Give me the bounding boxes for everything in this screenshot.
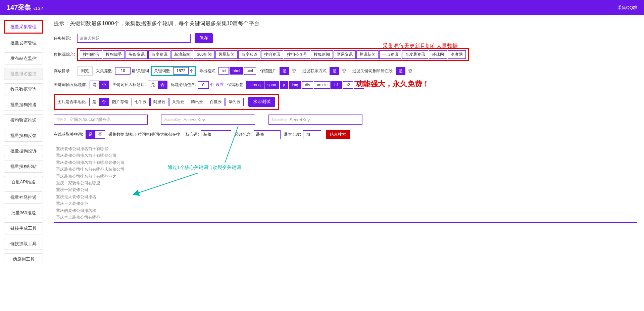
fmt-.xxf[interactable]: .xxf (244, 67, 256, 75)
sidebar-item-15[interactable]: 伪原创工具 (4, 253, 43, 265)
must-inc-input[interactable] (254, 130, 281, 139)
cloud-1[interactable]: 阿里云 (150, 98, 168, 106)
label-img-store: 图片存储: (112, 99, 129, 105)
qq-group-link[interactable]: 采集QQ群 (617, 5, 637, 11)
label-filter-kw-para: 过滤关键词删除所在段: (352, 68, 394, 74)
source-tag-0[interactable]: 搜狗微信 (80, 50, 102, 59)
secret-key-input[interactable]: SecretKey SecretKey (268, 115, 362, 125)
source-tag-15[interactable]: 环球网 (429, 50, 447, 59)
fmt-txt[interactable]: txt (218, 67, 229, 75)
sidebar-item-9[interactable]: 批量搜狗绑站 (4, 161, 43, 173)
source-tag-11[interactable]: 网易资讯 (334, 50, 356, 59)
source-tag-8[interactable]: 搜狗资讯 (261, 50, 283, 59)
sidebar-item-0[interactable]: 批量采集管理 (5, 21, 42, 33)
article-count-input[interactable] (115, 67, 131, 75)
app-version: v1.2.4 (33, 6, 43, 10)
source-tag-2[interactable]: 头条资讯 (126, 50, 148, 59)
label-article-count: 采集篇数: (96, 68, 113, 74)
label-save-dir: 存放目录: (54, 68, 77, 74)
sidebar-item-11[interactable]: 批量神马推送 (4, 191, 43, 204)
tag-strong[interactable]: strong (246, 81, 263, 89)
end-search-button[interactable]: 结束搜索 (326, 130, 350, 139)
unit-per-kw: 篇/关键词 (132, 68, 149, 74)
browse-button[interactable]: 浏览 (77, 66, 93, 76)
cloud-2[interactable]: 又拍云 (169, 98, 187, 106)
title-must-set-link[interactable]: 设置 (216, 82, 224, 88)
source-tag-14[interactable]: 百度最资讯 (402, 50, 428, 59)
kw-before-toggle[interactable]: 是否 (90, 81, 109, 89)
sidebar-item-7[interactable]: 批量搜狗反馈 (4, 130, 43, 142)
cloud-5[interactable]: 华为云 (226, 98, 244, 106)
source-tag-12[interactable]: 腾讯新闻 (356, 50, 379, 59)
app-title: 147采集 (7, 3, 31, 12)
task-title-input[interactable] (77, 34, 191, 43)
sidebar: 批量采集管理批量发布管理发布站点监控批量排名监控收录数据查询批量搜狗推送搜狗验证… (0, 15, 47, 274)
sidebar-item-1[interactable]: 批量发布管理 (4, 37, 43, 49)
sidebar-item-12[interactable]: 批量360推送 (4, 207, 43, 219)
access-key-input[interactable]: AccessKey AccessKey (161, 115, 255, 125)
sidebar-item-6[interactable]: 搜狗验证推送 (4, 114, 43, 126)
sidebar-item-4[interactable]: 收录数据查询 (4, 83, 43, 95)
tag-article[interactable]: article (314, 81, 331, 89)
kw-count-input[interactable] (173, 67, 189, 75)
keep-img-toggle[interactable]: 是否 (280, 67, 299, 75)
annotation-red-1: 采集源每天更新且拥有大量数据 (383, 43, 458, 50)
source-tag-5[interactable]: 360新闻 (194, 50, 215, 59)
online-kw-toggle[interactable]: 是否 (86, 130, 105, 139)
annotation-red-2: 功能强大，永久免费！ (356, 79, 430, 89)
sidebar-item-14[interactable]: 链接抓取工具 (4, 238, 43, 250)
watermark-button[interactable]: 水印测试 (248, 97, 275, 107)
filter-kw-para-toggle[interactable]: 是否 (396, 67, 415, 75)
img-local-toggle[interactable]: 是否 (89, 98, 109, 106)
label-sources: 数据源综合: (54, 52, 77, 57)
label-keep-tag: 保留标签: (227, 82, 244, 88)
core-kw-input[interactable] (201, 130, 231, 139)
unit-kw: 个 (190, 68, 194, 74)
title-must-count-input[interactable] (198, 81, 209, 89)
source-tag-13[interactable]: 一点资讯 (379, 50, 401, 59)
filter-contact-toggle[interactable]: 是否 (330, 67, 349, 75)
tag-img[interactable]: img (289, 81, 301, 89)
cloud-0[interactable]: 七牛云 (132, 98, 150, 106)
label-filter-contact: 过滤联系方式: (302, 68, 328, 74)
tag-h1[interactable]: h1 (331, 81, 342, 89)
source-tag-6[interactable]: 凤凰新闻 (215, 50, 238, 59)
keyword-list-textarea[interactable] (54, 144, 637, 223)
tag-span[interactable]: span (264, 81, 279, 89)
source-tag-1[interactable]: 搜狗知乎 (103, 50, 125, 59)
source-tag-7[interactable]: 百度知道 (238, 50, 260, 59)
space-name-input[interactable]: 空间名 空间名/bucket/服务名 (54, 115, 148, 125)
label-kw-after: 关键词插入标题后: (112, 82, 146, 88)
label-src-desc: 采集数据:随机下拉词/相关词/大家都在搜 (108, 132, 180, 137)
label-online-kw: 在线获取关联词: (54, 132, 83, 137)
sidebar-item-10[interactable]: 百度API推送 (4, 176, 43, 188)
tag-h2[interactable]: h2 (343, 81, 353, 89)
sidebar-item-8[interactable]: 批量搜狗投诉 (4, 145, 43, 157)
label-task-title: 任务标题: (54, 36, 77, 41)
source-tag-3[interactable]: 百度资讯 (148, 50, 170, 59)
tag-p[interactable]: p (280, 81, 288, 89)
source-tag-9[interactable]: 搜狗公众号 (284, 50, 310, 59)
sidebar-item-2[interactable]: 发布站点监控 (4, 52, 43, 64)
annotation-teal: 通过1个核心关键词自动裂变关键词 (168, 165, 241, 171)
label-kw-before: 关键词插入标题前: (54, 82, 87, 88)
sidebar-item-5[interactable]: 批量搜狗推送 (4, 99, 43, 111)
source-tag-16[interactable]: 澎湃网 (448, 50, 466, 59)
label-title-must: 标题必须包含: (171, 82, 196, 88)
unit-title: 个 (210, 82, 214, 88)
max-len-input[interactable] (303, 130, 321, 139)
fmt-html[interactable]: html (230, 67, 243, 75)
sidebar-item-3: 批量排名监控 (4, 68, 43, 80)
sidebar-item-13[interactable]: 链接生成工具 (4, 222, 43, 234)
kw-after-toggle[interactable]: 是否 (148, 81, 167, 89)
label-kw-count: 关键词数: (154, 68, 171, 74)
cloud-4[interactable]: 百度云 (207, 98, 225, 106)
tag-div[interactable]: div (302, 81, 313, 89)
label-max-len: 最大长度: (284, 132, 301, 137)
cloud-3[interactable]: 腾讯云 (188, 98, 206, 106)
save-button[interactable]: 保存 (195, 33, 213, 43)
source-tag-10[interactable]: 搜狐新闻 (311, 50, 333, 59)
source-tag-4[interactable]: 新浪新闻 (171, 50, 193, 59)
label-out-fmt: 导出格式: (199, 68, 216, 74)
label-core-kw: 核心词: (186, 132, 199, 137)
